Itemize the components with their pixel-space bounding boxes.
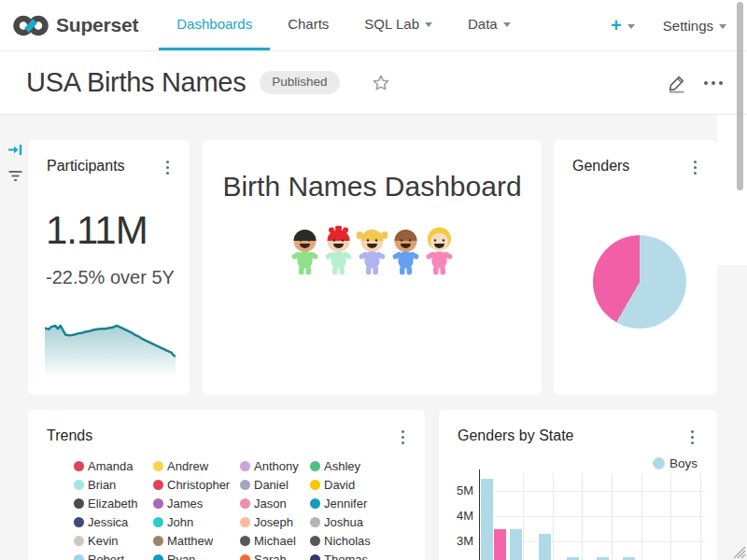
legend-item[interactable]: Robert bbox=[74, 553, 124, 560]
legend-dot bbox=[153, 536, 163, 546]
star-icon bbox=[371, 73, 391, 93]
plus-icon: + bbox=[611, 16, 622, 35]
edit-dashboard-button[interactable] bbox=[667, 73, 687, 93]
legend-label: Nicholas bbox=[324, 534, 371, 548]
nav-sql-lab[interactable]: SQL Lab bbox=[346, 0, 450, 48]
dashboard-header: USA Births Names Published bbox=[0, 51, 747, 115]
filter-funnel-button[interactable] bbox=[7, 168, 23, 188]
caret-down-icon bbox=[719, 24, 726, 29]
legend-label: Andrew bbox=[167, 459, 208, 473]
trends-card: Trends AmandaAndrewAnthonyAshleyBrianChr… bbox=[28, 410, 425, 560]
legend-dot bbox=[240, 498, 250, 509]
superset-logo-icon bbox=[13, 13, 49, 38]
legend-label: Matthew bbox=[167, 534, 213, 548]
legend-dot bbox=[74, 517, 84, 527]
favorite-star-button[interactable] bbox=[371, 73, 391, 93]
new-item-button[interactable]: + bbox=[611, 16, 635, 35]
kebab-icon[interactable] bbox=[400, 428, 406, 446]
child-figure bbox=[323, 226, 354, 276]
funnel-icon bbox=[7, 168, 23, 184]
page-title: USA Births Names bbox=[26, 67, 246, 98]
legend-item[interactable]: Jessica bbox=[74, 515, 128, 529]
more-actions-button[interactable] bbox=[700, 77, 726, 89]
hero-title: Birth Names Dashboard bbox=[203, 171, 542, 203]
legend-dot bbox=[310, 536, 320, 546]
legend-label: Joseph bbox=[254, 515, 293, 529]
vertical-scrollbar[interactable] bbox=[737, 2, 743, 190]
legend-label: Jessica bbox=[88, 515, 128, 529]
nav-dashboards[interactable]: Dashboards bbox=[159, 0, 270, 50]
legend-item[interactable]: Joshua bbox=[310, 515, 363, 529]
legend-item[interactable]: Jason bbox=[240, 497, 287, 511]
legend-label: James bbox=[167, 497, 203, 511]
legend-dot bbox=[240, 517, 250, 527]
legend-dot bbox=[74, 498, 84, 509]
legend-label: Kevin bbox=[88, 534, 119, 548]
legend-item[interactable]: Elizabeth bbox=[74, 497, 137, 511]
participants-sparkline-chart[interactable] bbox=[45, 313, 176, 376]
bar-boys bbox=[481, 479, 493, 560]
legend-item[interactable]: Brian bbox=[74, 478, 116, 492]
legend-label: Anthony bbox=[254, 459, 299, 473]
title-actions bbox=[667, 51, 726, 114]
gridline bbox=[479, 491, 705, 492]
legend-item[interactable]: Kevin bbox=[74, 534, 119, 548]
legend-item[interactable]: Jennifer bbox=[310, 497, 367, 511]
legend-item[interactable]: Daniel bbox=[240, 478, 289, 492]
legend-item[interactable]: Sarah bbox=[240, 553, 287, 560]
legend-item[interactable]: Joseph bbox=[240, 515, 293, 529]
y-axis-tick: 5M bbox=[444, 483, 473, 497]
big-number-value: 1.11M bbox=[46, 211, 148, 250]
settings-menu[interactable]: Settings bbox=[663, 18, 726, 34]
nav-data[interactable]: Data bbox=[450, 0, 529, 48]
brand-name: Superset bbox=[56, 14, 138, 36]
published-badge[interactable]: Published bbox=[260, 71, 339, 93]
legend-label: Ashley bbox=[324, 459, 360, 473]
superset-logo[interactable]: Superset bbox=[13, 13, 138, 38]
legend-item[interactable]: David bbox=[310, 478, 355, 492]
expand-filter-bar-button[interactable] bbox=[7, 142, 23, 161]
main-nav: Dashboards Charts SQL Lab Data bbox=[159, 0, 528, 50]
arrow-to-bar-icon bbox=[7, 142, 23, 158]
legend-label: Jason bbox=[254, 497, 287, 511]
legend-dot bbox=[74, 461, 84, 471]
legend-item[interactable]: Anthony bbox=[240, 459, 299, 473]
child-figure bbox=[289, 226, 320, 276]
legend-item[interactable]: James bbox=[153, 497, 203, 511]
legend-dot bbox=[74, 480, 84, 490]
legend-label: John bbox=[167, 515, 193, 529]
hero-card: Birth Names Dashboard bbox=[203, 140, 542, 395]
legend-dot bbox=[153, 517, 163, 527]
legend-label: Brian bbox=[88, 478, 116, 492]
legend-item[interactable]: Amanda bbox=[74, 459, 133, 473]
legend-label: Joshua bbox=[324, 515, 363, 529]
genders-by-state-bar-chart[interactable]: 5M4M3M bbox=[439, 410, 717, 560]
legend-dot bbox=[240, 536, 250, 546]
legend-item[interactable]: Christopher bbox=[153, 478, 230, 492]
legend-dot bbox=[153, 461, 163, 471]
legend-dot bbox=[74, 536, 84, 546]
genders-card: Genders bbox=[554, 140, 717, 395]
nav-charts[interactable]: Charts bbox=[270, 0, 346, 48]
legend-item[interactable]: John bbox=[153, 515, 193, 529]
legend-label: Michael bbox=[254, 534, 296, 548]
caret-down-icon bbox=[503, 22, 511, 27]
legend-label: Sarah bbox=[254, 553, 287, 560]
genders-pie-chart[interactable] bbox=[593, 235, 686, 329]
caret-down-icon bbox=[425, 22, 432, 27]
legend-item[interactable]: Nicholas bbox=[310, 534, 371, 548]
legend-item[interactable]: Matthew bbox=[153, 534, 213, 548]
child-figure bbox=[357, 226, 388, 276]
chart-title: Trends bbox=[47, 427, 92, 444]
kebab-icon[interactable] bbox=[164, 159, 171, 176]
child-figure bbox=[390, 226, 421, 276]
legend-dot bbox=[310, 554, 320, 560]
legend-item[interactable]: Ashley bbox=[310, 459, 360, 473]
legend-item[interactable]: Thomas bbox=[310, 553, 368, 560]
chart-resize-handle[interactable] bbox=[729, 542, 746, 560]
legend-item[interactable]: Michael bbox=[240, 534, 296, 548]
legend-item[interactable]: Andrew bbox=[153, 459, 208, 473]
legend-item[interactable]: Ryan bbox=[153, 553, 195, 560]
legend-label: Daniel bbox=[254, 478, 289, 492]
kebab-icon[interactable] bbox=[692, 159, 698, 176]
